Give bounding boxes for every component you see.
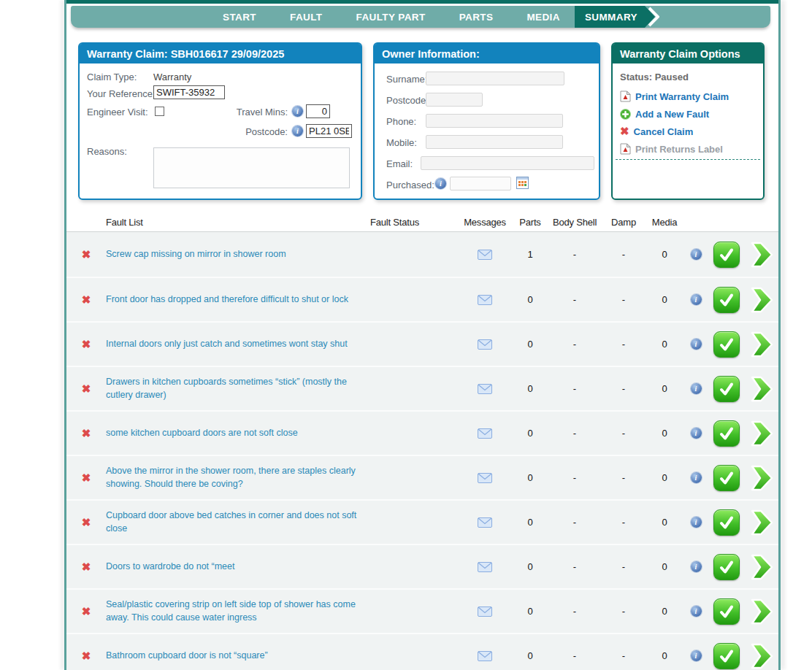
fault-description-link[interactable]: Doors to wardrobe do not “meet — [106, 561, 370, 574]
open-fault-button[interactable] — [744, 643, 778, 669]
owner-postcode-input[interactable] — [426, 93, 483, 107]
delete-fault-icon[interactable]: ✖ — [82, 338, 91, 351]
open-fault-button[interactable] — [744, 465, 778, 491]
messages-envelope-icon[interactable] — [478, 384, 492, 394]
nav-step-media[interactable]: MEDIA — [526, 12, 560, 23]
print-returns-label-link[interactable]: Print Returns Label — [620, 140, 757, 158]
fault-description-link[interactable]: Above the mirror in the shower room, the… — [106, 465, 370, 490]
delete-fault-icon[interactable]: ✖ — [82, 382, 91, 396]
nav-step-start[interactable]: START — [223, 12, 256, 23]
fault-description-link[interactable]: some kitchen cupboard doors are not soft… — [106, 427, 370, 440]
claim-postcode-input[interactable] — [306, 124, 352, 138]
messages-envelope-icon[interactable] — [478, 562, 492, 572]
fault-description-link[interactable]: Cupboard door above bed catches in corne… — [106, 509, 370, 535]
messages-envelope-icon[interactable] — [478, 473, 492, 483]
print-warranty-claim-link[interactable]: Print Warranty Claim — [620, 88, 757, 105]
fault-description-link[interactable]: Front door has dropped and therefore dif… — [106, 293, 370, 307]
check-icon — [719, 426, 735, 442]
complete-fault-button[interactable] — [713, 331, 740, 358]
travel-mins-input[interactable] — [306, 104, 330, 118]
fault-description-link[interactable]: Seal/plastic covering strip on left side… — [106, 598, 370, 624]
complete-fault-button[interactable] — [713, 242, 740, 268]
reasons-textarea[interactable] — [153, 147, 350, 188]
travel-mins-label: Travel Mins: — [229, 107, 288, 118]
delete-fault-icon[interactable]: ✖ — [82, 293, 91, 307]
fault-info-icon[interactable]: i — [691, 249, 702, 260]
purchased-input[interactable] — [450, 177, 511, 190]
messages-envelope-icon[interactable] — [478, 250, 492, 260]
nav-step-fault[interactable]: FAULT — [290, 12, 323, 23]
email-input[interactable] — [421, 156, 594, 170]
fault-description-link[interactable]: Bathroom cupboard door is not “square” — [106, 650, 370, 663]
messages-envelope-icon[interactable] — [478, 295, 492, 305]
fault-info-icon[interactable]: i — [691, 606, 702, 617]
table-row: ✖ Internal doors only just catch and som… — [66, 321, 778, 366]
media-count: 0 — [646, 650, 683, 661]
open-fault-button[interactable] — [744, 509, 778, 536]
calendar-icon[interactable] — [516, 177, 529, 189]
delete-fault-icon[interactable]: ✖ — [82, 427, 91, 440]
purchased-info-icon[interactable]: i — [435, 178, 446, 189]
complete-fault-button[interactable] — [713, 554, 740, 580]
open-fault-button[interactable] — [744, 287, 778, 313]
messages-envelope-icon[interactable] — [478, 651, 492, 661]
complete-fault-button[interactable] — [713, 420, 740, 447]
delete-fault-icon[interactable]: ✖ — [82, 516, 91, 529]
mobile-label: Mobile: — [386, 137, 417, 148]
open-fault-button[interactable] — [744, 598, 778, 625]
open-fault-button[interactable] — [744, 376, 778, 402]
delete-fault-icon[interactable]: ✖ — [82, 605, 91, 618]
complete-fault-button[interactable] — [713, 287, 740, 313]
header-parts: Parts — [519, 217, 540, 228]
delete-fault-icon[interactable]: ✖ — [82, 248, 91, 261]
fault-info-icon[interactable]: i — [691, 339, 702, 350]
engineer-visit-checkbox[interactable] — [155, 107, 164, 116]
nav-step-parts[interactable]: PARTS — [459, 12, 494, 23]
open-fault-button[interactable] — [744, 331, 778, 358]
mobile-input[interactable] — [426, 135, 563, 149]
delete-fault-icon[interactable]: ✖ — [82, 650, 91, 663]
postcode-info-icon[interactable]: i — [292, 126, 303, 136]
fault-description-link[interactable]: Internal doors only just catch and somet… — [106, 338, 370, 351]
fault-description-link[interactable]: Screw cap missing on mirror in shower ro… — [106, 248, 370, 261]
claim-postcode-label: Postcode: — [229, 126, 288, 137]
warranty-claim-panel-title: Warranty Claim: SBH016617 29/09/2025 — [80, 44, 361, 63]
fault-info-icon[interactable]: i — [691, 650, 702, 661]
owner-information-panel: Owner Information: Surname: Postcode: Ph… — [373, 42, 600, 200]
messages-envelope-icon[interactable] — [478, 607, 492, 617]
messages-envelope-icon[interactable] — [478, 339, 492, 350]
messages-envelope-icon[interactable] — [478, 428, 492, 439]
open-fault-button[interactable] — [744, 554, 778, 580]
travel-mins-info-icon[interactable]: i — [292, 106, 303, 117]
your-reference-input[interactable] — [153, 85, 225, 99]
claim-type-value: Warranty — [153, 72, 191, 82]
complete-fault-button[interactable] — [713, 376, 740, 402]
complete-fault-button[interactable] — [713, 598, 740, 625]
delete-fault-icon[interactable]: ✖ — [82, 561, 91, 574]
media-count: 0 — [646, 339, 683, 350]
open-fault-button[interactable] — [744, 242, 778, 268]
complete-fault-button[interactable] — [713, 465, 740, 491]
fault-info-icon[interactable]: i — [691, 561, 702, 572]
phone-input[interactable] — [426, 114, 563, 128]
fault-info-icon[interactable]: i — [691, 472, 702, 483]
fault-info-icon[interactable]: i — [691, 517, 702, 528]
open-fault-button[interactable] — [744, 420, 778, 447]
nav-step-summary-active[interactable]: SUMMARY — [575, 6, 655, 28]
complete-fault-button[interactable] — [713, 509, 740, 536]
email-label: Email: — [386, 158, 413, 169]
fault-info-icon[interactable]: i — [691, 428, 702, 439]
complete-fault-button[interactable] — [713, 643, 740, 669]
fault-description-link[interactable]: Drawers in kitchen cupboards sometimes “… — [106, 376, 370, 401]
nav-step-faulty-part[interactable]: FAULTY PART — [356, 12, 426, 23]
add-new-fault-link[interactable]: Add a New Fault — [620, 105, 757, 123]
body-shell-value: - — [548, 383, 601, 394]
fault-info-icon[interactable]: i — [691, 383, 702, 394]
fault-info-icon[interactable]: i — [691, 294, 702, 305]
surname-input[interactable] — [426, 72, 564, 85]
cancel-claim-link[interactable]: ✖ Cancel Claim — [620, 123, 757, 140]
delete-fault-icon[interactable]: ✖ — [82, 471, 91, 485]
page: START FAULT FAULTY PART PARTS MEDIA SUMM… — [66, 0, 778, 670]
messages-envelope-icon[interactable] — [478, 517, 492, 528]
arrow-right-icon — [749, 598, 774, 625]
